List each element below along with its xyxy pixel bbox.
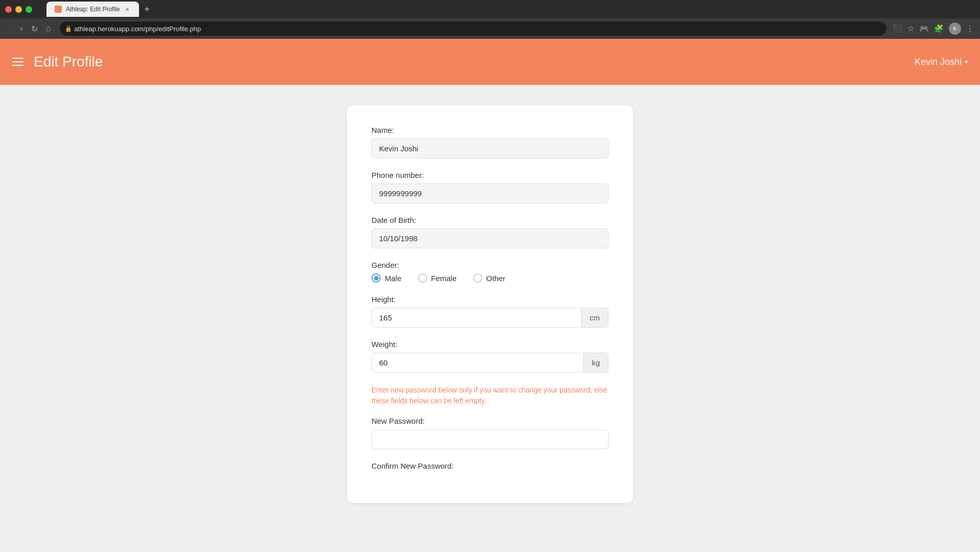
confirm-password-field-group: Confirm New Password: xyxy=(371,462,609,470)
gender-female-radio[interactable] xyxy=(418,273,427,283)
tab-close-button[interactable]: ✕ xyxy=(124,6,131,13)
address-container: 🔒 athleap.herokuapp.com/php/editProfile.… xyxy=(60,21,886,36)
lock-icon: 🔒 xyxy=(65,26,72,32)
menu-icon[interactable]: ⋮ xyxy=(966,24,974,33)
new-tab-button[interactable]: + xyxy=(139,2,155,17)
weight-input[interactable] xyxy=(372,353,583,372)
password-hint: Enter new password below only if you wan… xyxy=(371,385,609,406)
page-title: Edit Profile xyxy=(34,54,103,70)
new-password-input[interactable] xyxy=(371,429,609,449)
gaming-icon[interactable]: 🎮 xyxy=(919,24,929,33)
hamburger-line-2 xyxy=(12,61,24,62)
cast-icon[interactable]: ⬛ xyxy=(893,24,902,33)
traffic-lights xyxy=(5,6,32,13)
gender-male-label: Male xyxy=(385,274,402,283)
hamburger-line-1 xyxy=(12,58,24,59)
gender-male-radio[interactable] xyxy=(371,273,381,283)
new-password-field-group: New Password: xyxy=(371,417,609,449)
bookmark-icon[interactable]: ☆ xyxy=(907,24,914,33)
gender-other-option[interactable]: Other xyxy=(473,273,506,283)
browser-chrome: Athleap: Edit Profile ✕ + ‹ › ↻ ⌂ 🔒 athl… xyxy=(0,0,980,39)
weight-label: Weight: xyxy=(371,340,609,349)
gender-other-label: Other xyxy=(486,274,506,283)
height-input[interactable] xyxy=(372,308,581,327)
tab-favicon xyxy=(55,6,62,13)
main-content: Name: Phone number: Date of Birth: Gende… xyxy=(0,85,980,552)
user-menu[interactable]: Kevin Joshi ▾ xyxy=(915,57,968,67)
hamburger-line-3 xyxy=(12,65,24,66)
confirm-password-label: Confirm New Password: xyxy=(371,462,609,470)
user-name: Kevin Joshi xyxy=(915,57,962,67)
active-tab[interactable]: Athleap: Edit Profile ✕ xyxy=(46,2,139,17)
minimize-button[interactable] xyxy=(15,6,22,13)
new-password-label: New Password: xyxy=(371,417,609,425)
hamburger-menu[interactable] xyxy=(12,58,24,66)
home-button[interactable]: ⌂ xyxy=(43,22,54,35)
phone-label: Phone number: xyxy=(371,171,609,179)
gender-field-group: Gender: Male Female Other xyxy=(371,261,609,283)
app-header: Edit Profile Kevin Joshi ▾ xyxy=(0,39,980,85)
phone-field-group: Phone number: xyxy=(371,171,609,203)
tab-bar: Athleap: Edit Profile ✕ + xyxy=(41,2,160,17)
address-input[interactable]: athleap.herokuapp.com/php/editProfile.ph… xyxy=(60,21,886,36)
nav-buttons: ‹ › ↻ ⌂ xyxy=(6,22,54,36)
profile-form-card: Name: Phone number: Date of Birth: Gende… xyxy=(347,105,633,503)
reload-button[interactable]: ↻ xyxy=(28,22,41,36)
maximize-button[interactable] xyxy=(26,6,32,13)
name-field-group: Name: xyxy=(371,126,609,158)
gender-other-radio[interactable] xyxy=(473,273,482,283)
back-button[interactable]: ‹ xyxy=(6,22,15,35)
phone-input[interactable] xyxy=(371,183,609,203)
browser-titlebar: Athleap: Edit Profile ✕ + xyxy=(0,0,980,18)
height-label: Height: xyxy=(371,295,609,304)
weight-unit: kg xyxy=(583,353,608,372)
forward-button[interactable]: › xyxy=(17,22,26,35)
name-input[interactable] xyxy=(371,139,609,158)
weight-field-group: Weight: kg xyxy=(371,340,609,373)
dob-input[interactable] xyxy=(371,228,609,248)
toolbar-right: ⬛ ☆ 🎮 🧩 K ⋮ xyxy=(893,22,974,35)
height-field-group: Height: cm xyxy=(371,295,609,328)
gender-radio-group: Male Female Other xyxy=(371,273,609,283)
dob-label: Date of Birth: xyxy=(371,216,609,224)
dob-field-group: Date of Birth: xyxy=(371,216,609,248)
gender-label: Gender: xyxy=(371,261,609,269)
tab-title: Athleap: Edit Profile xyxy=(66,6,120,13)
user-avatar[interactable]: K xyxy=(949,22,961,35)
address-bar: ‹ › ↻ ⌂ 🔒 athleap.herokuapp.com/php/edit… xyxy=(0,18,980,39)
header-left: Edit Profile xyxy=(12,54,103,70)
close-button[interactable] xyxy=(5,6,12,13)
height-unit: cm xyxy=(581,308,608,327)
chevron-down-icon: ▾ xyxy=(965,58,968,65)
gender-female-label: Female xyxy=(431,274,457,283)
gender-female-option[interactable]: Female xyxy=(418,273,457,283)
extensions-icon[interactable]: 🧩 xyxy=(934,24,944,33)
gender-male-option[interactable]: Male xyxy=(371,273,402,283)
name-label: Name: xyxy=(371,126,609,134)
height-input-container: cm xyxy=(371,308,609,328)
weight-input-container: kg xyxy=(371,353,609,373)
